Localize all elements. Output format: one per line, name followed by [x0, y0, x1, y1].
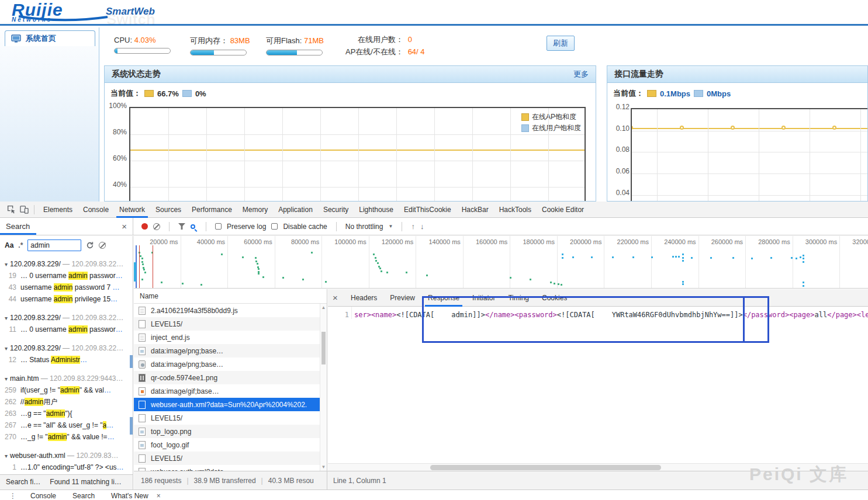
search-result-file[interactable]: ▾webuser-auth.xml — 120.209.83… — [0, 450, 133, 461]
collapse-arrow-icon[interactable]: ▾ — [5, 453, 8, 459]
gridline — [130, 134, 585, 135]
devtools-tab-console[interactable]: Console — [78, 202, 114, 218]
clear-button[interactable] — [153, 223, 160, 230]
search-result-file[interactable]: ▾120.209.83.229/ — 120.209.83.22… — [0, 258, 133, 270]
preserve-log-label[interactable]: Preserve log — [227, 223, 266, 231]
collapse-arrow-icon[interactable]: ▾ — [5, 315, 8, 321]
search-match-row[interactable]: 11… 0 username admin passwor… — [0, 324, 133, 335]
request-row[interactable]: LEVEL15/ — [134, 452, 327, 465]
response-body[interactable]: 1 ser><name><![CDATA[ admin]]></name><pa… — [328, 307, 868, 319]
devtools-tab-hacktools[interactable]: HackTools — [494, 202, 537, 218]
drawer-tab-what-s-new[interactable]: What's New — [111, 490, 148, 500]
close-request-icon[interactable]: × — [333, 293, 344, 303]
disable-cache-checkbox[interactable] — [271, 223, 278, 230]
request-row[interactable]: top_logo.png — [134, 425, 327, 438]
import-har-icon[interactable]: ↑ — [411, 222, 415, 231]
devtools-tab-lighthouse[interactable]: Lighthouse — [354, 202, 399, 218]
search-match-row[interactable]: 44username admin privilege 15… — [0, 293, 133, 305]
request-row[interactable]: data:image/png;base… — [134, 357, 327, 371]
match-case-button[interactable]: Aa — [5, 241, 13, 249]
devtools-tab-application[interactable]: Application — [273, 202, 318, 218]
devtools-tab-elements[interactable]: Elements — [38, 202, 78, 218]
search-match-row[interactable]: 267…e == "all" && user_g != "a… — [0, 419, 133, 431]
preserve-log-checkbox[interactable] — [215, 223, 222, 230]
filter-icon[interactable] — [178, 223, 185, 230]
request-row[interactable]: webuser-auth.xml?data=… — [134, 465, 327, 471]
search-result-file[interactable]: ▾120.209.83.229/ — 120.209.83.22… — [0, 312, 133, 324]
search-match-row[interactable]: 259if(user_g != "admin" && val… — [0, 384, 133, 396]
close-drawer-icon[interactable]: × — [157, 490, 161, 500]
overflow-menu-icon[interactable]: ⋮ — [9, 490, 16, 500]
system-status-panel: 系统状态走势 更多 当前值： 66.7% 0% 100%80%60%40% 在线… — [104, 65, 596, 202]
refresh-icon[interactable] — [86, 241, 94, 249]
close-search-icon[interactable]: × — [122, 221, 127, 231]
request-row[interactable]: inject_end.js — [134, 331, 327, 344]
search-match-row[interactable]: 1…1.0" encoding="utf-8" ?> <us… — [0, 461, 133, 473]
name-column-header[interactable]: Name — [134, 289, 327, 304]
request-row[interactable]: LEVEL15/ — [134, 411, 327, 425]
search-scroll-marker[interactable] — [130, 417, 133, 435]
highlighted-term: admin — [60, 386, 79, 394]
search-input[interactable] — [27, 239, 81, 251]
devtools-tab-cookie-editor[interactable]: Cookie Editor — [537, 202, 589, 218]
devtools-tab-editthiscookie[interactable]: EditThisCookie — [399, 202, 457, 218]
response-hscrollbar[interactable] — [328, 463, 868, 471]
drawer-tab-search[interactable]: Search — [72, 490, 95, 500]
scrollbar-thumb[interactable] — [321, 332, 326, 364]
devtools-tab-sources[interactable]: Sources — [150, 202, 186, 218]
clear-search-icon[interactable] — [99, 242, 106, 249]
inspect-element-icon[interactable] — [5, 204, 18, 215]
response-tab-headers[interactable]: Headers — [344, 289, 383, 307]
search-icon[interactable] — [191, 224, 195, 229]
search-match-row[interactable]: 263…g == "admin"){ — [0, 408, 133, 419]
devtools-tab-security[interactable]: Security — [318, 202, 354, 218]
drawer-tab-console[interactable]: Console — [30, 490, 56, 500]
requests-scrollbar[interactable]: ▲ ▼ — [320, 304, 327, 471]
throttling-select[interactable]: No throttling — [345, 223, 383, 231]
search-match-row[interactable]: 12… Status Administr… — [0, 354, 133, 366]
devtools-tab-network[interactable]: Network — [114, 202, 150, 218]
scroll-down-icon[interactable]: ▼ — [320, 464, 327, 470]
sidebar-item-home[interactable]: 系统首页 — [5, 30, 95, 46]
response-tab-response[interactable]: Response — [421, 289, 466, 307]
request-row[interactable]: foot_logo.gif — [134, 438, 327, 452]
export-har-icon[interactable]: ↓ — [420, 222, 424, 231]
scrollbar-thumb[interactable] — [430, 465, 661, 470]
chevron-down-icon[interactable]: ▼ — [388, 224, 393, 229]
response-tab-timing[interactable]: Timing — [502, 289, 535, 307]
disable-cache-label[interactable]: Disable cache — [283, 223, 327, 231]
request-row[interactable]: LEVEL15/ — [134, 317, 327, 331]
scroll-up-icon[interactable]: ▲ — [320, 305, 327, 310]
line-number: 262 — [0, 396, 16, 408]
collapse-arrow-icon[interactable]: ▾ — [5, 261, 8, 268]
request-row[interactable]: 2.a4106219f4a3f58b0dd9.js — [134, 304, 327, 317]
flash-progress-bar — [266, 50, 323, 55]
response-tab-cookies[interactable]: Cookies — [535, 289, 573, 307]
search-match-row[interactable]: 19… 0 username admin passwor… — [0, 270, 133, 282]
search-match-row[interactable]: 43username admin password 7 … — [0, 282, 133, 293]
regex-button[interactable]: .* — [18, 241, 23, 249]
gridline — [472, 108, 473, 202]
devtools-tab-memory[interactable]: Memory — [237, 202, 273, 218]
collapse-arrow-icon[interactable]: ▾ — [5, 345, 8, 352]
response-tab-initiator[interactable]: Initiator — [466, 289, 502, 307]
timeline-overview[interactable]: 20000 ms40000 ms60000 ms80000 ms100000 m… — [134, 236, 868, 289]
collapse-arrow-icon[interactable]: ▾ — [5, 376, 8, 382]
search-result-file[interactable]: ▾120.209.83.229/ — 120.209.83.22… — [0, 342, 133, 354]
record-button[interactable] — [141, 223, 148, 230]
refresh-button[interactable]: 刷新 — [547, 36, 575, 51]
search-scroll-marker[interactable] — [130, 355, 133, 368]
devtools-tab-hackbar[interactable]: HackBar — [457, 202, 494, 218]
search-drawer-tab[interactable]: Search × — [0, 218, 133, 235]
request-row[interactable]: qr-code.5974ee1.png — [134, 371, 327, 384]
request-row[interactable]: data:image/png;base… — [134, 344, 327, 357]
response-tab-preview[interactable]: Preview — [383, 289, 421, 307]
devtools-tab-performance[interactable]: Performance — [186, 202, 237, 218]
summary-item: 40.3 MB resou — [268, 477, 314, 485]
request-row[interactable]: data:image/gif;base… — [134, 384, 327, 398]
search-match-row[interactable]: 270…_g != "admin" && value !=… — [0, 431, 133, 443]
device-toolbar-icon[interactable] — [18, 204, 30, 215]
request-row[interactable]: webuser-auth.xml?data=Sun%20Apr%2004%202… — [134, 398, 327, 411]
search-result-file[interactable]: ▾main.htm — 120.209.83.229:9443… — [0, 373, 133, 384]
search-match-row[interactable]: 262//admin用户 — [0, 396, 133, 408]
